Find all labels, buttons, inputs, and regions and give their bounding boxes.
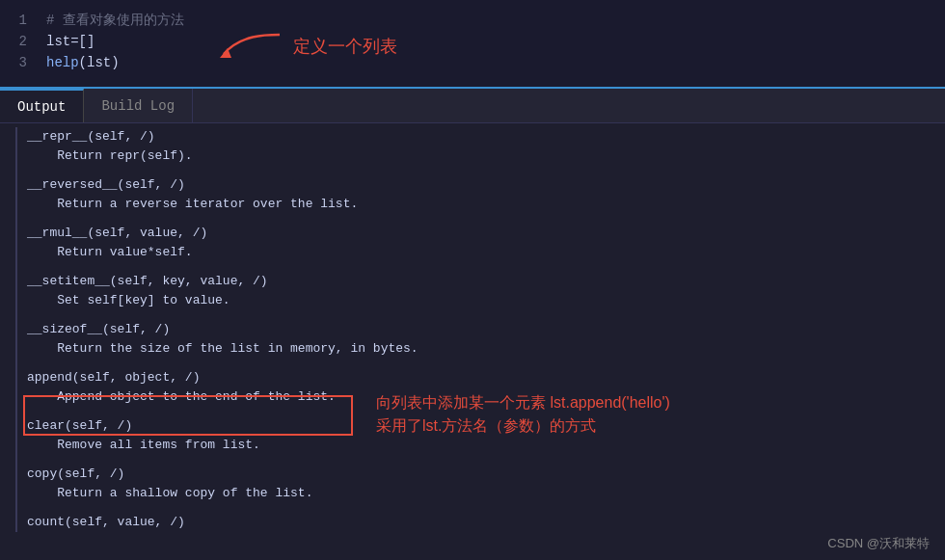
output-line-8: __sizeof__(self, /) — [0, 320, 945, 339]
code-content: # 查看对象使用的方法 lst=[] help(lst) — [35, 0, 945, 87]
output-text-3: Return a reverse iterator over the list. — [23, 195, 945, 214]
output-line-6: __setitem__(self, key, value, /) — [0, 272, 945, 291]
output-text-5: Return value*self. — [23, 243, 945, 262]
output-gutter-e3 — [0, 310, 17, 320]
output-text-7: Set self[key] to value. — [23, 291, 945, 310]
output-gutter-e5 — [0, 407, 17, 416]
output-gutter-15 — [0, 484, 17, 503]
output-empty-2 — [0, 262, 945, 272]
output-panel[interactable]: __repr__(self, /) Return repr(self). __r… — [0, 123, 945, 560]
output-gutter-11 — [0, 387, 17, 407]
output-text-2: __reversed__(self, /) — [23, 175, 945, 195]
output-gutter-12 — [0, 416, 17, 436]
output-gutter-3 — [0, 195, 17, 214]
output-text-13: Remove all items from list. — [23, 436, 945, 455]
output-line-14: copy(self, /) — [0, 465, 945, 484]
tab-build-log-label: Build Log — [101, 98, 175, 114]
code-line-3: help(lst) — [46, 52, 933, 73]
watermark: CSDN @沃和莱特 — [827, 535, 930, 552]
annotation-line2: 采用了lst.方法名（参数）的方式 — [376, 414, 670, 438]
output-text-1: Return repr(self). — [23, 147, 945, 166]
output-text-15: Return a shallow copy of the list. — [23, 484, 945, 503]
output-line-4: __rmul__(self, value, /) — [0, 224, 945, 243]
output-text-14: copy(self, /) — [23, 465, 945, 484]
output-gutter-4 — [0, 224, 17, 243]
output-line-15: Return a shallow copy of the list. — [0, 484, 945, 503]
output-text-8: __sizeof__(self, /) — [23, 320, 945, 339]
output-empty-7 — [0, 503, 945, 513]
output-gutter-e4 — [0, 359, 17, 368]
editor-area: 1 2 3 # 查看对象使用的方法 lst=[] help(lst) 定义一个列… — [0, 0, 945, 89]
output-line-1: Return repr(self). — [0, 147, 945, 166]
output-empty-3 — [0, 310, 945, 320]
output-gutter-9 — [0, 339, 17, 359]
output-gutter-6 — [0, 272, 17, 291]
line-num-1: 1 — [8, 10, 27, 31]
output-gutter-13 — [0, 436, 17, 455]
output-line-9: Return the size of the list in memory, i… — [0, 339, 945, 359]
output-text-4: __rmul__(self, value, /) — [23, 224, 945, 243]
output-gutter-10 — [0, 368, 17, 387]
output-gutter-e0 — [0, 166, 17, 175]
output-gutter-7 — [0, 291, 17, 310]
output-gutter-e1 — [0, 214, 17, 224]
line-num-3: 3 — [8, 52, 27, 73]
output-gutter-14 — [0, 465, 17, 484]
code-line-2: lst=[] — [46, 31, 933, 52]
app-container: 1 2 3 # 查看对象使用的方法 lst=[] help(lst) 定义一个列… — [0, 0, 945, 560]
code-func-blue: help — [46, 52, 79, 73]
line-numbers: 1 2 3 — [0, 0, 35, 87]
output-line-3: Return a reverse iterator over the list. — [0, 195, 945, 214]
code-line-1: # 查看对象使用的方法 — [46, 10, 933, 31]
output-empty-1 — [0, 214, 945, 224]
output-gutter-0 — [0, 127, 17, 147]
output-line-2: __reversed__(self, /) — [0, 175, 945, 195]
output-text-0: __repr__(self, /) — [23, 127, 945, 147]
comment-text: # 查看对象使用的方法 — [46, 10, 184, 31]
output-gutter-e6 — [0, 455, 17, 465]
code-text-2: lst=[] — [46, 31, 94, 52]
output-gutter-1 — [0, 147, 17, 166]
output-line-10: append(self, object, /) — [0, 368, 945, 387]
output-empty-6 — [0, 455, 945, 465]
output-gutter-2 — [0, 175, 17, 195]
tab-output-label: Output — [17, 99, 66, 115]
output-gutter-5 — [0, 243, 17, 262]
output-text-16: count(self, value, /) — [23, 513, 945, 532]
output-gutter-e7 — [0, 503, 17, 513]
output-line-7: Set self[key] to value. — [0, 291, 945, 310]
output-line-13: Remove all items from list. — [0, 436, 945, 455]
code-paren-close: ) — [111, 52, 119, 73]
output-line-5: Return value*self. — [0, 243, 945, 262]
tab-build-log[interactable]: Build Log — [84, 89, 193, 122]
output-empty-4 — [0, 359, 945, 368]
output-text-9: Return the size of the list in memory, i… — [23, 339, 945, 359]
output-gutter-e2 — [0, 262, 17, 272]
tab-bar: Output Build Log — [0, 89, 945, 123]
output-empty-0 — [0, 166, 945, 175]
output-annotation: 向列表中添加某一个元素 lst.append('hello') 采用了lst.方… — [376, 391, 670, 438]
output-text-6: __setitem__(self, key, value, /) — [23, 272, 945, 291]
output-line-0: __repr__(self, /) — [0, 127, 945, 147]
output-gutter-8 — [0, 320, 17, 339]
output-line-16: count(self, value, /) — [0, 513, 945, 532]
annotation-line1: 向列表中添加某一个元素 lst.append('hello') — [376, 391, 670, 414]
output-gutter-16 — [0, 513, 17, 532]
code-paren: ( — [79, 52, 87, 73]
line-num-2: 2 — [8, 31, 27, 52]
tab-output[interactable]: Output — [0, 89, 84, 122]
code-arg: lst — [87, 52, 111, 73]
output-text-10: append(self, object, /) — [23, 368, 945, 387]
